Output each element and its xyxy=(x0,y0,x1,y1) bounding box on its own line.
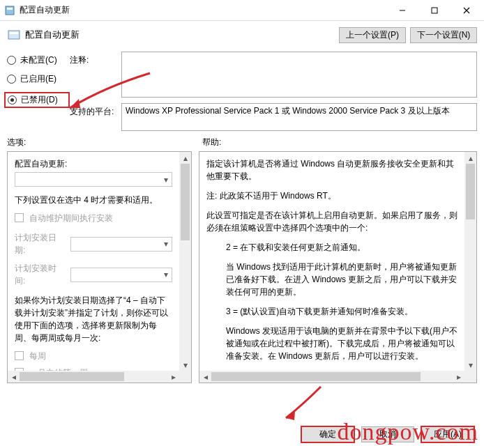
install-time-dropdown[interactable]: ▾ xyxy=(70,268,172,282)
comment-label: 注释: xyxy=(70,52,116,66)
help-inner: 指定该计算机是否将通过 Windows 自动更新服务接收安全更新和其他重要下载。… xyxy=(199,152,464,371)
prev-setting-button[interactable]: 上一个设置(P) xyxy=(339,27,406,43)
scroll-down-icon: ▾ xyxy=(464,359,476,371)
scroll-thumb[interactable] xyxy=(181,164,190,240)
titlebar: 配置自动更新 xyxy=(0,0,484,21)
app-icon xyxy=(4,5,15,16)
close-button[interactable] xyxy=(451,0,483,21)
scroll-left-icon: ◂ xyxy=(8,371,20,383)
ok-button[interactable]: 确定 xyxy=(301,426,354,442)
scroll-thumb[interactable] xyxy=(20,372,124,381)
platform-label: 支持的平台: xyxy=(70,103,116,118)
svg-rect-2 xyxy=(432,8,437,13)
options-inner: 配置自动更新: ▾ 下列设置仅在选中 4 时才需要和适用。 自动维护期间执行安装… xyxy=(8,152,179,371)
options-box: 配置自动更新: ▾ 下列设置仅在选中 4 时才需要和适用。 自动维护期间执行安装… xyxy=(7,151,192,383)
svg-rect-1 xyxy=(7,8,13,10)
annotation-arrow-2 xyxy=(275,383,331,425)
config-row: 未配置(C) 已启用(E) 已禁用(D) 注释: 支持的平台: Windows … xyxy=(0,49,484,135)
section-labels-row: 选项: 帮助: xyxy=(0,135,484,151)
scroll-right-icon: ▸ xyxy=(167,371,179,383)
help-p2: 注: 此政策不适用于 Windows RT。 xyxy=(206,190,457,202)
help-p4: 2 = 在下载和安装任何更新之前通知。 xyxy=(206,241,457,254)
scroll-corner xyxy=(179,371,191,383)
help-p5: 当 Windows 找到适用于此计算机的更新时，用户将被通知更新已准备好下载。在… xyxy=(206,261,457,298)
next-setting-button[interactable]: 下一个设置(N) xyxy=(410,27,477,43)
subheader: 配置自动更新 上一个设置(P) 下一个设置(N) xyxy=(0,21,484,49)
page-subtitle: 配置自动更新 xyxy=(25,29,335,41)
options-note: 下列设置仅在选中 4 时才需要和适用。 xyxy=(15,194,172,206)
radio-not-configured-label: 未配置(C) xyxy=(20,54,57,66)
checkbox-week-label: 每周 xyxy=(29,351,46,361)
svg-rect-3 xyxy=(8,31,20,39)
minimize-button[interactable] xyxy=(386,0,418,21)
scroll-right-icon: ▸ xyxy=(453,371,464,383)
dialog-buttons: 确定 取消 应用(A) xyxy=(301,426,474,442)
help-p6: 3 = (默认设置)自动下载更新并通知何时准备安装。 xyxy=(206,305,457,318)
install-date-dropdown[interactable]: ▾ xyxy=(70,237,172,252)
scroll-down-icon: ▾ xyxy=(179,359,191,371)
checkbox-week[interactable] xyxy=(15,351,24,360)
options-vscrollbar[interactable]: ▴ ▾ xyxy=(179,152,191,371)
chevron-down-icon: ▾ xyxy=(160,268,172,281)
policy-icon xyxy=(7,28,21,42)
comment-textbox[interactable] xyxy=(121,52,477,98)
options-group-label: 配置自动更新: xyxy=(15,157,172,170)
options-section-label: 选项: xyxy=(7,137,195,148)
scroll-up-icon: ▴ xyxy=(464,152,476,164)
scroll-corner xyxy=(464,371,476,383)
options-paragraph: 如果你为计划安装日期选择了“4 – 自动下载并计划安装”并指定了计划，则你还可以… xyxy=(15,294,172,344)
radio-enabled[interactable]: 已启用(E) xyxy=(7,73,70,85)
help-section-label: 帮助: xyxy=(195,137,477,148)
scroll-thumb[interactable] xyxy=(466,164,475,219)
chevron-down-icon: ▾ xyxy=(160,173,172,186)
checkbox-maintenance-label: 自动维护期间执行安装 xyxy=(29,213,113,223)
checkbox-maintenance[interactable] xyxy=(15,213,24,222)
meta-column: 注释: 支持的平台: Windows XP Professional Servi… xyxy=(70,52,477,131)
radio-disabled[interactable]: 已禁用(D) xyxy=(8,94,58,106)
radio-not-configured[interactable]: 未配置(C) xyxy=(7,54,70,66)
platform-textbox: Windows XP Professional Service Pack 1 或… xyxy=(121,103,477,131)
maximize-button[interactable] xyxy=(418,0,451,21)
update-mode-dropdown[interactable]: ▾ xyxy=(15,172,172,187)
svg-rect-0 xyxy=(6,6,14,15)
install-date-label: 计划安装日期: xyxy=(15,231,66,256)
help-box: 指定该计算机是否将通过 Windows 自动更新服务接收安全更新和其他重要下载。… xyxy=(199,151,477,383)
cancel-button[interactable]: 取消 xyxy=(361,426,414,442)
scroll-left-icon: ◂ xyxy=(199,371,211,383)
help-p7: Windows 发现适用于该电脑的更新并在背景中予以下载(用户不被通知或在此过程… xyxy=(206,325,457,362)
highlight-disabled: 已禁用(D) xyxy=(4,92,70,108)
scroll-up-icon: ▴ xyxy=(179,152,191,164)
radio-column: 未配置(C) 已启用(E) 已禁用(D) xyxy=(7,52,70,131)
scroll-thumb[interactable] xyxy=(211,372,421,381)
radio-disabled-label: 已禁用(D) xyxy=(21,94,58,106)
options-hscrollbar[interactable]: ◂ ▸ xyxy=(8,371,179,383)
svg-rect-4 xyxy=(10,32,18,34)
radio-circle-icon xyxy=(7,56,16,65)
help-p1: 指定该计算机是否将通过 Windows 自动更新服务接收安全更新和其他重要下载。 xyxy=(206,157,457,183)
apply-button[interactable]: 应用(A) xyxy=(421,426,474,442)
content-row: 配置自动更新: ▾ 下列设置仅在选中 4 时才需要和适用。 自动维护期间执行安装… xyxy=(0,151,484,383)
window-title: 配置自动更新 xyxy=(20,4,386,16)
help-hscrollbar[interactable]: ◂ ▸ xyxy=(199,371,464,383)
radio-enabled-label: 已启用(E) xyxy=(20,73,56,85)
help-vscrollbar[interactable]: ▴ ▾ xyxy=(464,152,476,371)
help-p3: 此设置可指定是否在该计算机上启用自动更新。如果启用了服务，则必须在组策略设置中选… xyxy=(206,209,457,234)
chevron-down-icon: ▾ xyxy=(160,238,172,250)
install-time-label: 计划安装时间: xyxy=(15,262,66,287)
radio-circle-icon xyxy=(8,95,17,105)
radio-circle-icon xyxy=(7,75,16,84)
